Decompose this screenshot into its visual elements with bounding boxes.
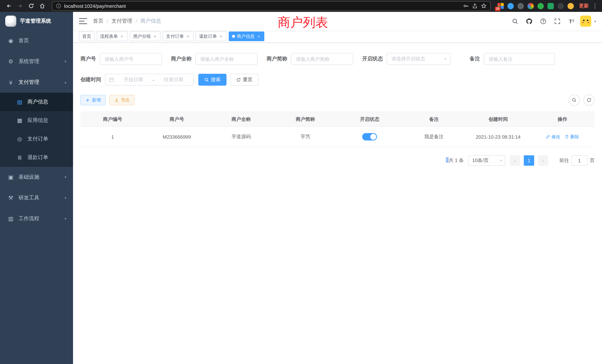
sidebar-item-system[interactable]: ⚙ 系统管理 ▾ <box>0 51 73 72</box>
text-selection-artifact <box>446 157 448 163</box>
close-icon[interactable]: × <box>120 34 124 39</box>
tab-pay-order[interactable]: 支付订单 × <box>163 32 194 41</box>
edit-link[interactable]: 修改 <box>546 134 560 140</box>
sidebar-item-payment[interactable]: ¥ 支付管理 ▴ <box>0 72 73 93</box>
back-button[interactable] <box>4 1 14 11</box>
tab-process-form[interactable]: 流程表单 × <box>97 32 128 41</box>
sidebar-item-workflow[interactable]: ▥ 工作流程 ▾ <box>0 208 73 229</box>
col-header-short-name: 商户简称 <box>273 112 337 127</box>
extension-pin-icon[interactable] <box>558 3 564 9</box>
tab-label: 支付订单 <box>166 33 184 40</box>
cell-short-name: 芋艿 <box>273 127 337 147</box>
date-range-picker[interactable]: 开始日期 - 结束日期 <box>105 74 194 86</box>
sidebar-item-pay-order[interactable]: ◎ 支付订单 <box>0 130 73 148</box>
tools-icon: ⚒ <box>7 195 14 201</box>
tab-label: 商户信息 <box>237 33 255 40</box>
full-name-input[interactable] <box>195 53 258 65</box>
col-header-full-name: 商户全称 <box>209 112 273 127</box>
next-page-button[interactable]: › <box>538 155 548 166</box>
refresh-button[interactable] <box>26 1 36 11</box>
pagination-total: 共 1 条 <box>446 157 464 164</box>
github-icon[interactable] <box>524 16 535 27</box>
address-bar[interactable]: localhost:1024/pay/merchant <box>52 1 491 11</box>
page-size-select[interactable]: 10条/页 ▾ <box>468 155 505 166</box>
tab-user-group[interactable]: 用户分组 × <box>130 32 161 41</box>
add-button[interactable]: 新增 <box>80 95 106 105</box>
extension-green-circle-icon[interactable] <box>538 3 544 9</box>
share-icon[interactable] <box>472 3 478 9</box>
close-icon[interactable]: × <box>219 34 223 39</box>
sidebar-item-infra[interactable]: ▣ 基础设施 ▾ <box>0 167 73 188</box>
avatar-dropdown-caret-icon[interactable]: ▾ <box>594 19 596 23</box>
refund-order-icon: ≣ <box>16 154 23 161</box>
export-button-label: 导出 <box>121 97 130 103</box>
site-info-icon[interactable] <box>56 3 61 9</box>
export-button[interactable]: 导出 <box>109 95 135 105</box>
goto-page-input[interactable] <box>571 155 588 166</box>
page-1-button[interactable]: 1 <box>524 155 534 166</box>
filter-row-2: 创建时间 开始日期 - 结束日期 搜索 重置 <box>80 74 595 86</box>
full-name-label: 商户全称 <box>171 56 192 62</box>
sidebar-item-app-info[interactable]: ▦ 应用信息 <box>0 111 73 130</box>
refresh-table-icon[interactable] <box>583 95 595 106</box>
extension-green-square-icon[interactable] <box>548 3 554 9</box>
short-name-input[interactable] <box>291 53 353 65</box>
breadcrumb-payment[interactable]: 支付管理 <box>112 18 132 24</box>
breadcrumb-home[interactable]: 首页 <box>93 18 103 24</box>
select-caret-icon: ▾ <box>445 57 446 61</box>
plus-icon <box>85 98 90 103</box>
search-button[interactable]: 搜索 <box>198 74 226 86</box>
delete-link[interactable]: 删除 <box>565 134 579 140</box>
browser-menu-icon[interactable]: ⋮ <box>592 3 598 9</box>
bookmark-star-icon[interactable] <box>481 3 487 9</box>
status-switch[interactable] <box>362 133 377 140</box>
remark-input[interactable] <box>484 53 555 65</box>
extension-grid-icon[interactable]: 10 <box>497 3 504 9</box>
navbar: 首页 / 支付管理 / 商户信息 <box>73 12 602 30</box>
extension-dark-icon[interactable] <box>517 3 524 9</box>
help-icon[interactable] <box>538 16 549 27</box>
merchant-no-input[interactable] <box>100 53 162 65</box>
prev-page-button[interactable]: ‹ <box>510 155 520 166</box>
sidebar-item-dev-tools[interactable]: ⚒ 研发工具 ▾ <box>0 188 73 208</box>
sidebar-item-refund-order[interactable]: ≣ 退款订单 <box>0 148 73 167</box>
cell-id: 1 <box>80 127 145 147</box>
password-key-icon[interactable] <box>463 3 469 9</box>
status-select[interactable]: 请选择开启状态 ▾ <box>387 53 450 65</box>
tab-home[interactable]: 首页 <box>79 32 95 41</box>
tab-label: 首页 <box>82 33 91 40</box>
home-button[interactable] <box>37 1 47 11</box>
extension-drop-icon[interactable] <box>507 3 514 9</box>
app-logo[interactable]: 芋道管理系统 <box>0 12 73 30</box>
logo-avatar <box>5 16 16 27</box>
status-label: 开启状态 <box>362 56 383 62</box>
extension-face-icon[interactable] <box>568 3 574 9</box>
hamburger-icon[interactable] <box>79 18 87 24</box>
search-icon[interactable] <box>510 16 521 27</box>
sidebar-item-home[interactable]: ◉ 首页 <box>0 30 73 51</box>
sidebar-item-label: 首页 <box>19 37 29 44</box>
add-button-label: 新增 <box>92 97 101 103</box>
pay-order-icon: ◎ <box>16 136 23 142</box>
merchant-card-icon: ▤ <box>16 99 23 105</box>
tab-merchant-info[interactable]: 商户信息 × <box>229 32 264 41</box>
url-text[interactable]: localhost:1024/pay/merchant <box>64 3 460 9</box>
active-dot <box>232 35 235 38</box>
sidebar-item-merchant-info[interactable]: ▤ 商户信息 <box>0 93 73 111</box>
chrome-update-button[interactable]: 更新 <box>579 3 589 9</box>
trash-icon <box>565 135 569 139</box>
reset-button[interactable]: 重置 <box>230 74 258 86</box>
close-icon[interactable]: × <box>153 34 157 39</box>
toggle-search-icon[interactable] <box>569 95 580 106</box>
close-icon[interactable]: × <box>186 34 190 39</box>
tab-refund-order[interactable]: 退款订单 × <box>196 32 226 41</box>
user-avatar[interactable] <box>580 16 591 27</box>
close-icon[interactable]: × <box>257 34 261 39</box>
fullscreen-icon[interactable] <box>552 16 563 27</box>
end-date-placeholder: 结束日期 <box>157 76 190 83</box>
font-size-icon[interactable]: TT <box>566 16 577 27</box>
date-separator: - <box>153 77 154 83</box>
forward-button[interactable] <box>15 1 25 11</box>
browser-toolbar: localhost:1024/pay/merchant 10 更新 ⋮ <box>0 0 602 12</box>
extension-colorful-icon[interactable] <box>527 3 534 9</box>
